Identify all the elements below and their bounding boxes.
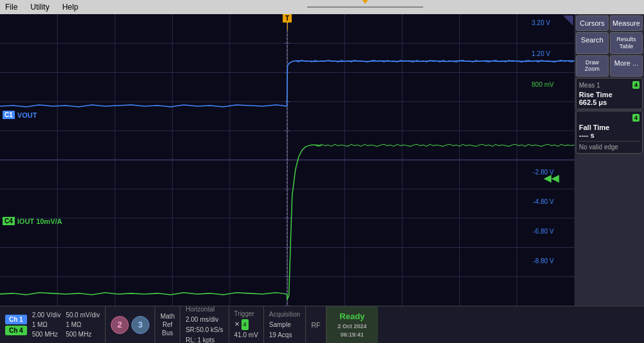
math-ref-bus: Math Ref Bus: [155, 306, 180, 343]
meas1-num: 4: [632, 81, 639, 89]
waveform-canvas: [0, 14, 574, 306]
trigger-arrow-icon: ◀◀: [544, 172, 559, 184]
menu-bar: File Utility Help: [0, 0, 644, 14]
scope-display[interactable]: T C1 VOUT C4 IOUT 10mV/A 3.20 V 1.20 V 8…: [0, 14, 574, 306]
ch4-label: C4 IOUT 10mV/A: [3, 217, 62, 225]
voltage-labels: 3.20 V 1.20 V 800 mV: [532, 19, 554, 88]
search-button[interactable]: Search: [576, 32, 609, 54]
math-label: Math: [160, 313, 175, 320]
num-buttons: 2 3: [106, 306, 155, 343]
measure-button[interactable]: Measure: [610, 15, 643, 31]
trigger-level-arrow: ◀◀: [544, 172, 559, 184]
ch1-ch4-details: 2.00 V/div 1 MΩ 500 MHz: [32, 310, 61, 339]
draw-zoom-button[interactable]: Draw Zoom: [576, 55, 609, 77]
trigger-title: Trigger: [234, 309, 258, 319]
meas2-box: 4 Fall Time ---- s No valid edge: [576, 111, 643, 154]
rf-button[interactable]: RF: [306, 306, 327, 343]
v-label-6: -6.80 V: [533, 228, 554, 235]
trigger-position-arrow: [361, 0, 369, 4]
meas1-box: Meas 1 4 Rise Time 662.5 μs: [576, 78, 643, 109]
more-button[interactable]: More ...: [610, 55, 643, 77]
trigger-ch-row: ✕ 4: [234, 319, 258, 329]
ch1-bw: 500 MHz: [32, 329, 61, 339]
trigger-horizontal-marker: [307, 3, 423, 12]
v-label-1: 3.20 V: [532, 19, 554, 26]
trigger-t-marker: T: [283, 14, 292, 30]
acq-count: 19 Acqs: [269, 330, 300, 340]
meas2-header: 4: [579, 114, 639, 122]
acq-mode: Sample: [269, 320, 300, 330]
meas1-header: Meas 1 4: [579, 81, 639, 89]
ch1-badge: Ch 1: [5, 315, 27, 324]
panel-row-3: Draw Zoom More ...: [576, 55, 643, 77]
ch1-label: C1 VOUT: [3, 111, 37, 119]
ch4-badge: Ch 4: [5, 326, 27, 335]
ref-label: Ref: [162, 321, 173, 328]
ready-time: 06:19:41: [341, 331, 364, 338]
ready-box: Ready 2 Oct 2024 06:19:41: [327, 306, 378, 343]
ch1-vdiv: 2.00 V/div: [32, 310, 61, 320]
fall-time-label: Fall Time: [579, 124, 639, 131]
v-label-7: -8.80 V: [533, 257, 554, 264]
menu-help[interactable]: Help: [62, 3, 79, 12]
trigger-t-label: T: [283, 14, 292, 23]
trigger-symbol: ✕: [234, 319, 240, 329]
corner-triangle: [563, 15, 573, 26]
horiz-time-div: 2.00 ms/div: [185, 315, 223, 325]
ch4-vdiv: 50.0 mV/div: [66, 310, 100, 320]
meas2-num: 4: [632, 114, 639, 122]
bus-label: Bus: [162, 329, 173, 337]
v-label-5: -4.80 V: [533, 198, 554, 205]
acq-title: Acquisition: [269, 310, 300, 320]
ch1-name: VOUT: [17, 111, 37, 119]
ch4-coupling: 1 MΩ: [66, 320, 100, 329]
corner-indicator: [563, 15, 573, 26]
results-table-button[interactable]: Results Table: [610, 32, 643, 54]
trigger-info: Trigger ✕ 4 41.0 mV: [229, 306, 264, 343]
ch1-info: Ch 1 Ch 4 2.00 V/div 1 MΩ 500 MHz 50.0 m…: [0, 306, 106, 343]
ch4-name: IOUT 10mV/A: [17, 218, 62, 225]
btn-3[interactable]: 3: [131, 316, 149, 334]
trigger-ch4-badge: 4: [242, 319, 249, 329]
horiz-sr: SR:50.0 kS/s: [185, 325, 223, 335]
no-valid-edge: No valid edge: [579, 144, 639, 151]
v-label-3: 800 mV: [532, 81, 554, 88]
horizontal-info: Horizontal 2.00 ms/div SR:50.0 kS/s RL: …: [180, 306, 229, 343]
ch1-badges: Ch 1 Ch 4: [5, 315, 27, 335]
ch1-coupling: 1 MΩ: [32, 320, 61, 329]
right-panel: Cursors Measure Search Results Table Dra…: [574, 14, 644, 306]
trigger-line: [307, 6, 423, 8]
fall-time-value: ---- s: [579, 131, 639, 139]
panel-row-1: Cursors Measure: [576, 15, 643, 31]
trigger-t-line: [287, 23, 287, 30]
menu-center: [91, 3, 639, 12]
rise-time-value: 662.5 μs: [579, 98, 639, 106]
panel-row-2: Search Results Table: [576, 32, 643, 54]
acquisition-info: Acquisition Sample 19 Acqs: [264, 306, 306, 343]
ready-date: 2 Oct 2024: [337, 323, 366, 329]
v-label-2: 1.20 V: [532, 50, 554, 57]
meas1-title: Meas 1: [579, 82, 600, 89]
menu-file[interactable]: File: [5, 3, 17, 12]
ch4-bw: 500 MHz: [66, 329, 100, 339]
ch4-id: C4: [3, 217, 15, 225]
btn-2[interactable]: 2: [111, 316, 129, 334]
spacer: [576, 155, 643, 304]
ch4-details: 50.0 mV/div 1 MΩ 500 MHz: [66, 310, 100, 339]
rise-time-label: Rise Time: [579, 91, 639, 98]
ready-label: Ready: [339, 311, 365, 321]
trigger-level: 41.0 mV: [234, 330, 258, 340]
menu-utility[interactable]: Utility: [30, 3, 49, 12]
ch1-id: C1: [3, 111, 15, 119]
main-area: T C1 VOUT C4 IOUT 10mV/A 3.20 V 1.20 V 8…: [0, 14, 644, 306]
meas-separator: [579, 141, 639, 142]
horiz-rl: RL: 1 kpts: [185, 335, 223, 344]
cursors-button[interactable]: Cursors: [576, 15, 609, 31]
bottom-bar: Ch 1 Ch 4 2.00 V/div 1 MΩ 500 MHz 50.0 m…: [0, 306, 644, 343]
